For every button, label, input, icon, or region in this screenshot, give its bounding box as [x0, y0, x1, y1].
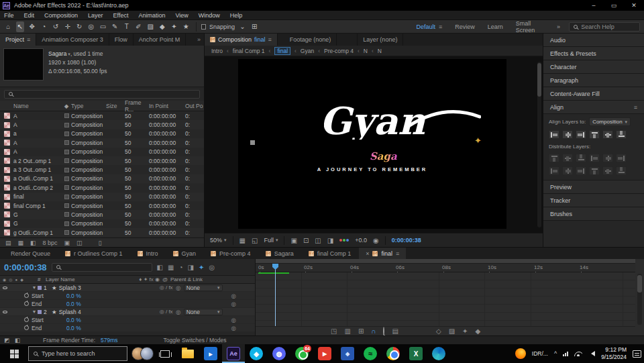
table-row[interactable]: AComposition500:00:00:000:	[0, 111, 204, 120]
graph-editor-icon[interactable]: ◎	[209, 264, 215, 271]
chrome-button[interactable]	[382, 344, 405, 363]
property-row-start[interactable]: Start 0.0 % ◎	[0, 292, 255, 300]
workspace-overflow-icon[interactable]: »	[557, 23, 560, 30]
table-row[interactable]: finalComposition500:00:00:000:	[0, 193, 204, 201]
zoom-tool[interactable]: ◔	[40, 21, 48, 32]
item-name[interactable]: Sagara	[48, 50, 66, 57]
distribute-button[interactable]	[616, 166, 627, 175]
column-parent-link[interactable]: Parent & Link	[170, 276, 203, 282]
roto-brush-tool[interactable]: ✦	[170, 21, 178, 32]
breadcrumb-gyan[interactable]: Gyan	[301, 48, 314, 54]
align-right-button[interactable]	[576, 130, 586, 139]
blue-app-button[interactable]: ◆	[336, 344, 359, 363]
panel-tracker[interactable]: Tracker	[543, 194, 644, 207]
workspace-learn[interactable]: Learn	[488, 23, 503, 30]
breadcrumb-final[interactable]: final	[274, 47, 290, 55]
comp-marker-icon[interactable]: ◳	[331, 327, 337, 335]
tab-comp-final-comp-1[interactable]: final Comp 1	[302, 248, 358, 259]
marker-bin-icon[interactable]: ✦	[462, 327, 468, 335]
distribute-left-button[interactable]	[589, 154, 600, 162]
currency-widget[interactable]: IDR/...	[532, 350, 548, 357]
layer-row-splash-3[interactable]: ▼ 1 ★ Splash 3 ◎ / fx ◎ None▾	[0, 284, 255, 292]
after-effects-button[interactable]: Ae	[222, 344, 245, 363]
stopwatch-icon[interactable]	[24, 293, 29, 298]
motion-blur-icon[interactable]: ✦	[199, 264, 204, 271]
panel-menu-icon[interactable]: ≡	[268, 36, 272, 43]
column-switches-icons[interactable]: ♦ ✦ fx ◉	[115, 276, 160, 282]
status-network-icon[interactable]: ◧	[15, 337, 20, 344]
table-row[interactable]: a Outli..Comp 2Composition500:00:00:000:	[0, 183, 204, 192]
project-bpc[interactable]: 8 bpc	[43, 240, 58, 246]
work-area-bar[interactable]	[256, 259, 635, 264]
column-type[interactable]: Type	[71, 103, 106, 109]
snapping-checkbox[interactable]	[201, 24, 206, 30]
align-top-button[interactable]	[589, 130, 600, 139]
menu-effect[interactable]: Effect	[113, 12, 129, 19]
red-media-app-button[interactable]: ▶	[313, 344, 336, 363]
transparency-grid-icon[interactable]: ⊡	[303, 237, 309, 244]
tab-comp-final-active[interactable]: × final ≡	[359, 248, 406, 259]
workspace-default-menu-icon[interactable]: ≡	[439, 23, 442, 30]
snap-grid-icon[interactable]: ⊞	[250, 21, 259, 32]
new-composition-icon[interactable]: ◫	[76, 240, 83, 246]
pan-behind-tool[interactable]: ◎	[87, 21, 96, 32]
panel-paragraph[interactable]: Paragraph	[543, 74, 644, 87]
table-row[interactable]: GComposition500:00:00:000:	[0, 210, 204, 219]
viewer-timecode[interactable]: 0:00:00:38	[392, 237, 421, 244]
table-row[interactable]: a Outli..Comp 1Composition500:00:00:000:	[0, 174, 204, 183]
viewer-scrollbar-thumb[interactable]	[537, 63, 541, 97]
snapshot-icon[interactable]: ◫	[315, 237, 321, 244]
workspace-small-screen[interactable]: Small Screen	[516, 20, 544, 34]
excel-button[interactable]: X	[405, 344, 427, 363]
tab-layer[interactable]: Layer (none)	[357, 34, 403, 46]
playhead-line[interactable]	[275, 264, 276, 326]
workspace-default[interactable]: Default	[416, 23, 435, 30]
column-badge-icon[interactable]: ◆	[62, 103, 71, 109]
mask-visibility-icon[interactable]: ◱	[252, 237, 258, 244]
column-name[interactable]: Name	[13, 103, 62, 109]
panel-character[interactable]: Character	[543, 60, 644, 74]
draft-3d-icon[interactable]: ▦	[168, 264, 174, 271]
close-button[interactable]: ✕	[624, 0, 644, 11]
property-value[interactable]: 0.0 %	[66, 293, 107, 299]
puppet-pin-tool[interactable]: ★	[182, 21, 191, 32]
layer-color-chip[interactable]	[38, 310, 42, 314]
layer-handle-marker[interactable]	[250, 140, 255, 145]
media-app-button[interactable]: ▸	[199, 344, 222, 363]
panel-menu-icon[interactable]: ≡	[27, 36, 30, 43]
table-row[interactable]: AComposition500:00:00:000:	[0, 138, 204, 147]
clock[interactable]: 9:12 PM 9/15/2024	[601, 346, 627, 360]
distribute-button[interactable]	[602, 166, 613, 175]
type-tool[interactable]: T	[123, 21, 131, 32]
show-snapshot-icon[interactable]: ◨	[327, 237, 333, 244]
breadcrumb-final-comp-1[interactable]: final Comp 1	[233, 48, 265, 54]
current-timecode[interactable]: 0:00:00:38	[4, 262, 47, 272]
hide-shy-layers-icon[interactable]: ◔	[179, 264, 183, 271]
clone-stamp-tool[interactable]: ▨	[146, 21, 155, 32]
whatsapp-button[interactable]: 64	[290, 344, 313, 363]
timeline-scrollbar-thumb[interactable]	[637, 275, 642, 293]
distribute-button[interactable]	[549, 166, 559, 175]
distribute-horizontal-center-button[interactable]	[602, 154, 613, 162]
timeline-track-area[interactable]: 0s 02s 04s 06s 08s 10s 12s 14s ◳ ▥ ⊞ ∩ ▤	[256, 259, 644, 335]
table-row[interactable]: a 2 Out..omp 1Composition500:00:00:000:	[0, 156, 204, 165]
twirl-icon[interactable]: ▼	[31, 285, 38, 290]
composition-mini-flowchart-icon[interactable]: ◧	[157, 264, 163, 271]
thumbnail-view-icon[interactable]: ▦	[18, 240, 24, 246]
timeline-options-icon[interactable]: ◆	[475, 327, 480, 335]
time-ruler[interactable]: 0s 02s 04s 06s 08s 10s 12s 14s	[256, 264, 635, 272]
eraser-tool[interactable]: ◆	[158, 21, 167, 32]
parent-dropdown[interactable]: None▾	[184, 309, 223, 315]
menu-layer[interactable]: Layer	[88, 12, 103, 19]
tab-comp-intro[interactable]: Intro	[131, 248, 165, 259]
help-search-field[interactable]: Search Help	[569, 22, 640, 32]
distribute-button[interactable]	[589, 166, 600, 175]
frame-blending-icon[interactable]: ◨	[188, 264, 194, 271]
file-explorer-button[interactable]	[176, 344, 199, 363]
stopwatch-icon[interactable]	[24, 325, 29, 330]
exposure-value[interactable]: +0.0	[355, 237, 367, 244]
expand-layers-icon[interactable]: ▥	[344, 327, 350, 335]
align-layers-to-dropdown[interactable]: Composition▾	[589, 117, 631, 126]
spotify-button[interactable]: ≈	[359, 344, 382, 363]
align-vertical-center-button[interactable]	[602, 130, 613, 139]
